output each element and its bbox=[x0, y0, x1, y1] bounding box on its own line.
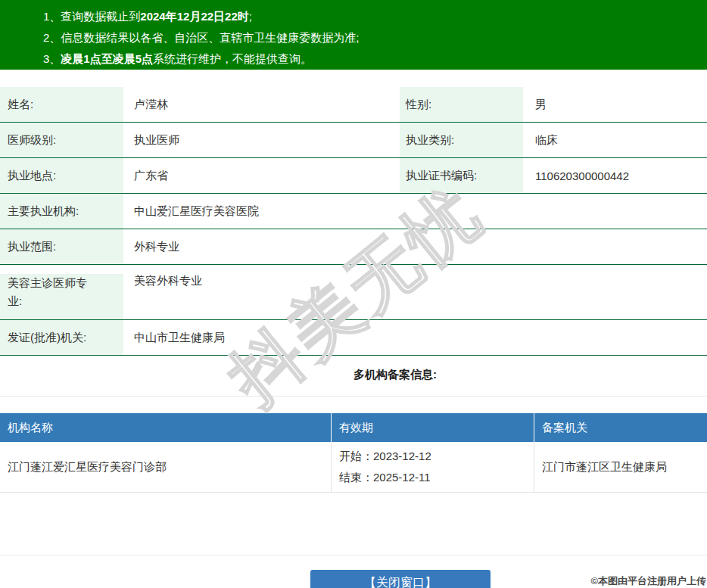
record-authority-cell: 江门市蓬江区卫生健康局 bbox=[534, 442, 707, 492]
practice-location-label: 执业地点: bbox=[0, 158, 123, 193]
info-row-issuing-authority: 发证(批准)机关: 中山市卫生健康局 bbox=[0, 320, 707, 356]
name-value: 卢滢林 bbox=[123, 98, 400, 112]
validity-end: 结束：2025-12-11 bbox=[339, 467, 534, 488]
main-institution-value: 中山爱汇星医疗美容医院 bbox=[123, 204, 707, 219]
gender-value: 男 bbox=[523, 98, 707, 112]
notice-banner: 1、查询数据截止到2024年12月22日22时; 2、信息数据结果以各省、自治区… bbox=[0, 0, 707, 70]
practice-category-value: 临床 bbox=[523, 133, 707, 148]
license-number-label: 执业证书编码: bbox=[400, 158, 523, 193]
notice-line-1: 1、查询数据截止到2024年12月22日22时; bbox=[43, 6, 707, 27]
backup-records-table: 机构名称 有效期 备案机关 江门蓬江爱汇星医疗美容门诊部 开始：2023-12-… bbox=[0, 413, 707, 493]
license-number-value: 110620300000442 bbox=[523, 170, 707, 182]
notice-line-2: 2、信息数据结果以各省、自治区、直辖市卫生健康委数据为准; bbox=[43, 27, 707, 48]
practice-scope-label: 执业范围: bbox=[0, 229, 123, 264]
info-row-location-license: 执业地点: 广东省 执业证书编码: 110620300000442 bbox=[0, 158, 707, 194]
backup-table-header: 机构名称 有效期 备案机关 bbox=[0, 413, 707, 442]
org-name-cell: 江门蓬江爱汇星医疗美容门诊部 bbox=[0, 442, 331, 492]
practice-location-value: 广东省 bbox=[123, 169, 400, 183]
info-row-practice-scope: 执业范围: 外科专业 bbox=[0, 229, 707, 265]
section-title-text: 多机构备案信息: bbox=[354, 368, 437, 381]
doctor-level-value: 执业医师 bbox=[123, 133, 400, 148]
info-row-cosmetic-specialty: 美容主诊医师专业: 美容外科专业 bbox=[0, 265, 707, 320]
practitioner-info-table: 姓名: 卢滢林 性别: 男 医师级别: 执业医师 执业类别: 临床 执业地点: … bbox=[0, 87, 707, 356]
practice-category-label: 执业类别: bbox=[400, 123, 523, 157]
record-authority-header: 备案机关 bbox=[534, 413, 707, 442]
copyright-watermark: ©本图由平台注册用户上传 bbox=[590, 574, 706, 588]
issuing-authority-label: 发证(批准)机关: bbox=[0, 320, 123, 355]
cosmetic-specialty-value: 美容外科专业 bbox=[123, 274, 707, 288]
footer-divider bbox=[0, 555, 707, 555]
doctor-level-label: 医师级别: bbox=[0, 123, 123, 157]
notice-line-3: 3、凌晨1点至凌晨5点系统进行维护，不能提供查询。 bbox=[43, 48, 707, 70]
info-row-level-category: 医师级别: 执业医师 执业类别: 临床 bbox=[0, 123, 707, 158]
multi-institution-section-title: 多机构备案信息: bbox=[0, 368, 707, 382]
practice-scope-value: 外科专业 bbox=[123, 240, 707, 254]
close-window-button[interactable]: 【关闭窗口】 bbox=[310, 570, 491, 588]
table-row: 江门蓬江爱汇星医疗美容门诊部 开始：2023-12-12 结束：2025-12-… bbox=[0, 442, 707, 493]
issuing-authority-value: 中山市卫生健康局 bbox=[123, 331, 707, 345]
validity-header: 有效期 bbox=[331, 413, 534, 442]
org-name-header: 机构名称 bbox=[0, 413, 331, 442]
name-label: 姓名: bbox=[0, 87, 123, 122]
section-divider bbox=[0, 396, 707, 397]
cosmetic-specialty-label: 美容主诊医师专业: bbox=[0, 274, 123, 319]
validity-cell: 开始：2023-12-12 结束：2025-12-11 bbox=[331, 442, 534, 492]
gender-label: 性别: bbox=[400, 87, 523, 122]
validity-start: 开始：2023-12-12 bbox=[339, 446, 534, 467]
main-institution-label: 主要执业机构: bbox=[0, 194, 123, 229]
info-row-main-institution: 主要执业机构: 中山爱汇星医疗美容医院 bbox=[0, 194, 707, 229]
info-row-name-gender: 姓名: 卢滢林 性别: 男 bbox=[0, 87, 707, 123]
